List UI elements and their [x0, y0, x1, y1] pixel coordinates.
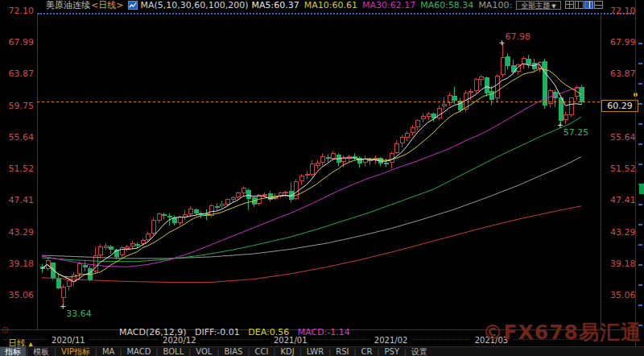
y-tick-label: 35.06: [0, 291, 34, 300]
tab-settings[interactable]: 设置: [407, 347, 432, 356]
strip-mark: [638, 325, 642, 326]
strip-mark: [638, 43, 642, 44]
tab-psy[interactable]: PSY: [380, 347, 405, 356]
price-annotation: 33.64: [66, 308, 92, 319]
tab-kdj[interactable]: KDJ: [275, 347, 299, 356]
y-tick-label: 47.41: [0, 196, 34, 205]
strip-mark: [638, 244, 642, 246]
price-annotation: 57.25: [564, 127, 589, 138]
right-edge-strip[interactable]: [635, 0, 644, 346]
strip-mark: [638, 264, 642, 266]
y-tick-label: 59.75: [0, 101, 34, 111]
tab-macd[interactable]: MACD: [122, 347, 155, 356]
tab-ma[interactable]: MA: [97, 347, 119, 356]
strip-mark: [638, 224, 642, 226]
y-tick-label: 67.99: [0, 38, 34, 48]
y-tick-label: 55.64: [0, 133, 34, 143]
tab-template[interactable]: 模板: [28, 347, 54, 356]
current-price-box: 60.29: [601, 100, 638, 112]
strip-mark: [638, 63, 642, 64]
tab-cci[interactable]: CCI: [250, 347, 273, 356]
strip-mark: [638, 204, 642, 205]
strip-mark: [638, 143, 642, 145]
tab-indicator[interactable]: 指标: [0, 347, 26, 356]
bottom-toolbar: 指标|模板|VIP指标|MA|MACD|BOLL|VOL|BIAS|CCI|KD…: [0, 346, 644, 356]
chart-window: 美原油连续 <日线> MA(5,10,30,60,100,200) MA5:60…: [0, 0, 644, 356]
y-tick-label: 39.18: [0, 259, 34, 269]
watermark: ©FX678易汇通: [482, 319, 642, 346]
tab-boll[interactable]: BOLL: [159, 347, 189, 356]
candlestick-chart[interactable]: 67.9857.2533.64: [0, 0, 644, 356]
dea-value: DEA:0.56: [248, 327, 289, 337]
strip-mark: [638, 284, 642, 286]
strip-mark: [638, 83, 642, 85]
tab-vip-indicator[interactable]: VIP指标: [56, 347, 95, 356]
record-icon[interactable]: [2, 327, 8, 333]
strip-mark: [638, 304, 642, 306]
strip-mark: [638, 123, 642, 125]
y-tick-label: 63.87: [0, 69, 34, 79]
strip-position-marker[interactable]: [639, 184, 644, 194]
x-tick-label: 2021/02: [370, 336, 412, 345]
macd-params-label: MACD(26,12,9): [119, 327, 187, 337]
tab-bias[interactable]: BIAS: [219, 347, 247, 356]
y-tick-label: 43.29: [0, 228, 34, 238]
strip-mark: [638, 103, 642, 105]
tab-rsi[interactable]: RSI: [331, 347, 353, 356]
diff-value: DIFF:-0.01: [195, 327, 240, 337]
indicator-readout: MACD(26,12,9) DIFF:-0.01 DEA:0.56 MACD:-…: [119, 328, 356, 337]
y-tick-label: 51.52: [0, 164, 34, 174]
tab-vol[interactable]: VOL: [191, 347, 217, 356]
tab-cr[interactable]: CR: [357, 347, 378, 356]
macd-value: MACD:-1.14: [298, 327, 350, 337]
y-tick-label: 72.10: [0, 6, 34, 16]
price-annotation: 67.98: [506, 31, 531, 42]
x-tick-label: 2020/11: [47, 336, 89, 345]
strip-mark: [638, 164, 642, 165]
tab-lwr[interactable]: LWR: [302, 347, 329, 356]
